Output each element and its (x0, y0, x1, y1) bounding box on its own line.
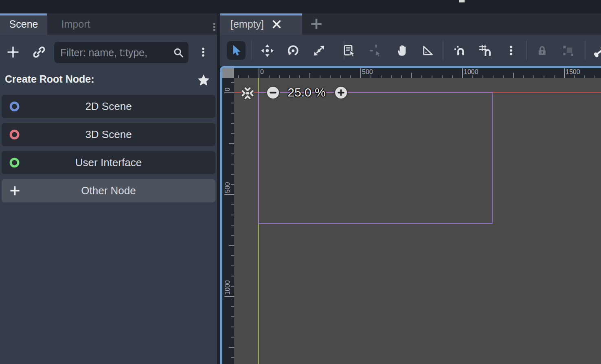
tool-pivot-button[interactable] (366, 41, 385, 60)
ruler-tick (452, 75, 453, 78)
dots-vertical-icon (505, 44, 517, 57)
scene-dock-body: Create Root Node: 2D Scene 3D Scene (0, 35, 217, 364)
tab-scene[interactable]: Scene (0, 13, 47, 35)
move-icon (261, 44, 274, 57)
plus-icon (6, 45, 20, 59)
zoom-percentage[interactable]: 25.0 % (285, 86, 328, 99)
ruler-tick (401, 75, 402, 78)
rotate-icon (286, 44, 300, 57)
root-option-other-node[interactable]: Other Node (2, 179, 215, 202)
ruler-tick (231, 316, 234, 317)
ruler-tick (231, 337, 234, 338)
ruler-tick (231, 235, 234, 236)
skeleton-bone-icon (592, 43, 601, 58)
new-scene-tab-button[interactable] (309, 16, 324, 32)
smart-snap-icon (453, 44, 466, 57)
tool-smart-snap-button[interactable] (450, 41, 469, 60)
ruler-tick (279, 75, 280, 78)
scale-icon (312, 44, 326, 57)
node3d-icon (9, 129, 20, 140)
toolbar-separator (443, 41, 443, 60)
scene-bounds-rect (258, 92, 493, 224)
filter-menu-button[interactable] (194, 43, 212, 61)
tool-lock-button[interactable] (533, 41, 551, 60)
root-option-label: 2D Scene (85, 100, 132, 113)
ruler-tick (594, 75, 595, 78)
ruler-tick (231, 123, 234, 124)
tool-group-button[interactable] (559, 41, 577, 60)
close-tab-button[interactable] (271, 19, 282, 30)
ruler-tick (231, 306, 234, 307)
tool-scale-button[interactable] (309, 41, 328, 60)
tab-import[interactable]: Import (47, 13, 104, 35)
v-ruler: 05001000 (222, 78, 234, 364)
root-option-3d-scene[interactable]: 3D Scene (2, 123, 215, 146)
tool-list-select-button[interactable] (340, 41, 359, 60)
filter-input[interactable] (54, 47, 171, 59)
plus-icon (337, 89, 345, 96)
toolbar-separator (585, 41, 586, 60)
ruler-tick (584, 75, 585, 78)
ruler-corner (222, 68, 234, 78)
ruler-tick (224, 92, 234, 93)
lock-icon (536, 44, 548, 57)
ruler-tick (554, 75, 555, 78)
tool-ruler-button[interactable] (418, 41, 437, 60)
main-viewport: [empty] (220, 13, 601, 364)
control-node-icon (9, 157, 20, 169)
root-option-user-interface[interactable]: User Interface (2, 151, 215, 174)
canvas-viewport[interactable]: 050010001500 05001000 (220, 66, 601, 364)
ruler-tick (309, 73, 310, 78)
ruler-tick (231, 225, 234, 226)
ruler-tick (503, 75, 504, 78)
add-node-button[interactable] (4, 43, 22, 61)
minus-icon (269, 89, 277, 96)
ruler-label: 0 (224, 88, 231, 91)
tool-move-button[interactable] (258, 41, 276, 60)
create-root-node-heading: Create Root Node: (5, 73, 94, 85)
plus-icon (309, 17, 324, 31)
ruler-tick (544, 75, 544, 78)
ruler-tick (231, 357, 234, 358)
scene-tab-empty[interactable]: [empty] (220, 13, 302, 35)
top-menu-fragment (459, 0, 465, 2)
tool-select-button[interactable] (227, 41, 246, 60)
ruler-tick (231, 255, 234, 256)
ruler-tick (231, 286, 234, 287)
ruler-tick (320, 75, 320, 78)
zoom-in-button[interactable] (334, 86, 348, 99)
instance-scene-button[interactable] (30, 43, 48, 61)
ruler-tick (513, 73, 514, 78)
ruler-tick (340, 75, 341, 78)
root-option-2d-scene[interactable]: 2D Scene (2, 95, 215, 118)
toolbar-separator (526, 41, 527, 60)
tool-rotate-button[interactable] (283, 41, 302, 60)
scene-tabbar: [empty] (220, 13, 601, 35)
ruler-tick (432, 75, 432, 78)
ruler-tick (411, 73, 412, 78)
ruler-label: 0 (260, 68, 264, 76)
h-ruler: 050010001500 (234, 68, 601, 78)
ruler-tick (259, 68, 259, 78)
list-select-icon (343, 44, 356, 57)
tool-snap-options-button[interactable] (502, 41, 520, 60)
pivot-icon (369, 44, 383, 57)
pan-hand-icon (396, 44, 409, 57)
ruler-tick (231, 174, 234, 175)
zoom-out-button[interactable] (266, 86, 280, 99)
tool-pan-button[interactable] (393, 41, 412, 60)
canvas-2d[interactable]: 25.0 % (234, 78, 601, 364)
ruler-tick (493, 75, 494, 78)
favorites-star-icon[interactable] (196, 73, 211, 89)
ruler-tick (462, 68, 463, 78)
tool-skeleton-button[interactable] (590, 41, 601, 60)
tool-grid-snap-button[interactable] (476, 41, 494, 60)
ruler-tick (564, 68, 565, 78)
ruler-tick (299, 75, 300, 78)
ruler-tick (231, 276, 234, 276)
dock-separator (217, 13, 220, 364)
scene-dock-tabbar: Scene Import (0, 13, 217, 35)
group-icon (562, 44, 575, 57)
ruler-label: 1500 (566, 68, 580, 76)
ruler-tick (229, 245, 234, 246)
